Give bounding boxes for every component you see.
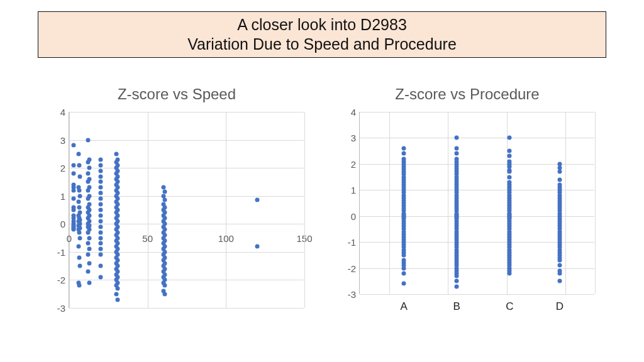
data-point (455, 284, 459, 288)
data-point (98, 236, 103, 240)
y-tick-label: 2 (351, 158, 360, 169)
data-point (163, 283, 167, 288)
chart-speed: Z-score vs Speed -3-2-101234050100150 (38, 82, 316, 339)
y-tick-label: 2 (60, 163, 69, 173)
data-point (86, 172, 90, 176)
data-point (557, 279, 562, 283)
data-point (98, 185, 103, 190)
data-point (98, 168, 103, 173)
data-point (78, 264, 82, 268)
data-point (86, 241, 90, 246)
x-tick-label: D (556, 294, 564, 313)
data-point (98, 180, 103, 184)
data-point (508, 271, 512, 275)
chart-speed-title: Z-score vs Speed (118, 85, 236, 103)
data-point (72, 172, 76, 176)
chart-procedure: Z-score vs Procedure -3-2-101234ABCD (328, 82, 606, 339)
title-banner: A closer look into D2983 Variation Due t… (38, 11, 606, 58)
data-point (557, 258, 562, 263)
y-tick-label: 1 (351, 185, 360, 195)
data-point (77, 205, 82, 209)
data-point (402, 253, 406, 257)
data-point (402, 151, 406, 156)
x-tick-label: 100 (218, 233, 234, 243)
data-point (86, 188, 90, 192)
data-point (76, 244, 80, 248)
data-point (77, 188, 82, 192)
data-point (255, 198, 260, 202)
data-point (86, 160, 90, 165)
data-point (98, 213, 103, 217)
x-tick-label: 50 (142, 233, 153, 243)
data-point (98, 264, 103, 268)
y-tick-label: -2 (57, 275, 69, 285)
data-point (98, 230, 103, 234)
data-point (72, 163, 76, 167)
data-point (98, 208, 103, 212)
y-tick-label: 4 (60, 107, 69, 118)
data-point (508, 154, 512, 158)
data-point (455, 146, 459, 151)
data-point (455, 279, 459, 283)
data-point (98, 219, 103, 223)
data-point (86, 138, 90, 142)
x-tick-label: C (506, 294, 513, 313)
y-tick-label: 4 (351, 107, 360, 118)
data-point (72, 197, 76, 201)
y-tick-label: -3 (57, 303, 69, 314)
data-point (72, 208, 76, 212)
chart-procedure-title: Z-score vs Procedure (395, 85, 539, 103)
data-point (455, 274, 459, 278)
data-point (78, 236, 82, 240)
y-tick-label: -2 (348, 263, 360, 273)
title-line-2: Variation Due to Speed and Procedure (187, 35, 457, 54)
y-tick-label: 3 (351, 133, 360, 143)
data-point (557, 271, 562, 275)
chart-procedure-plot: -3-2-101234ABCD (335, 109, 599, 310)
data-point (86, 270, 90, 274)
data-point (72, 228, 76, 232)
title-line-1: A closer look into D2983 (237, 15, 407, 35)
data-point (508, 136, 512, 140)
data-point (98, 191, 103, 195)
data-point (98, 174, 103, 178)
data-point (557, 177, 562, 182)
data-point (78, 174, 82, 178)
data-point (86, 230, 90, 234)
data-point (508, 149, 512, 153)
y-tick-label: 0 (351, 211, 360, 221)
data-point (76, 151, 80, 156)
data-point (87, 280, 92, 285)
data-point (98, 197, 103, 201)
data-point (557, 263, 562, 268)
data-point (78, 194, 82, 198)
data-point (455, 151, 459, 156)
data-point (98, 253, 103, 257)
data-point (86, 180, 90, 184)
data-point (72, 188, 76, 192)
data-point (402, 271, 406, 275)
y-tick-label: -3 (348, 289, 360, 300)
data-point (76, 199, 80, 204)
x-tick-label: A (400, 294, 407, 313)
data-point (77, 163, 82, 167)
data-point (87, 247, 92, 251)
data-point (163, 292, 167, 296)
data-point (98, 202, 103, 207)
chart-speed-plot: -3-2-101234050100150 (45, 109, 309, 310)
data-point (98, 275, 103, 279)
y-tick-label: 1 (60, 190, 69, 201)
y-tick-label: 3 (60, 134, 69, 145)
data-point (508, 170, 512, 174)
data-point (557, 170, 562, 174)
data-point (116, 286, 120, 290)
x-tick-label: 0 (67, 233, 72, 243)
data-point (86, 197, 90, 201)
data-point (77, 255, 82, 260)
data-point (114, 151, 118, 156)
data-point (255, 244, 260, 248)
data-point (114, 292, 118, 296)
data-point (86, 253, 90, 257)
charts-row: Z-score vs Speed -3-2-101234050100150 Z-… (38, 82, 606, 339)
y-tick-label: -1 (348, 237, 360, 248)
